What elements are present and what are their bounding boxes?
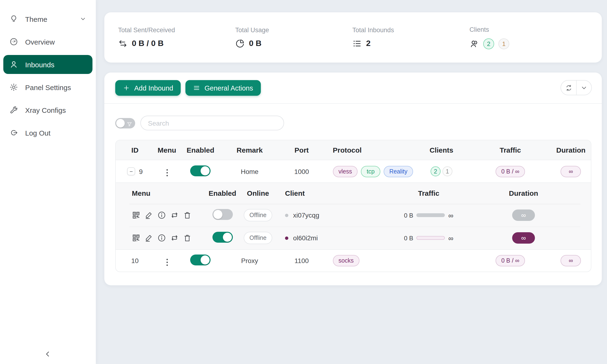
inbound-id: 9: [139, 168, 143, 175]
toolbar: Add Inbound General Actions: [115, 80, 592, 96]
people-icon: [469, 39, 479, 48]
reset-traffic-icon[interactable]: [170, 234, 179, 242]
traffic-pill[interactable]: 0 B / ∞: [496, 255, 525, 266]
swap-arrows-icon: [118, 39, 128, 48]
online-status-badge: Offline: [244, 232, 272, 244]
add-inbound-button[interactable]: Add Inbound: [115, 80, 181, 96]
clients-table: Menu Enabled Online Client Traffic Durat…: [130, 183, 581, 249]
toggle-knob: [116, 119, 125, 127]
traffic-limit: ∞: [448, 211, 453, 219]
sidebar-item-inbounds[interactable]: Inbounds: [3, 55, 92, 74]
info-icon[interactable]: [158, 234, 166, 242]
clients-active-badge: 2: [483, 38, 494, 49]
duration-pill[interactable]: ∞: [561, 166, 581, 177]
plus-icon: [123, 84, 130, 91]
stat-label: Clients: [469, 26, 587, 33]
gear-icon: [10, 83, 18, 91]
duration-pill[interactable]: ∞: [512, 233, 535, 244]
qr-code-icon[interactable]: [132, 211, 140, 220]
transport-pill: tcp: [361, 166, 380, 177]
col-port: Port: [278, 140, 325, 160]
refresh-options-button[interactable]: [576, 80, 591, 95]
col-enabled: Enabled: [208, 183, 237, 204]
col-id: ID: [116, 140, 154, 160]
col-online: Online: [237, 183, 279, 204]
traffic-pill[interactable]: 0 B / ∞: [496, 166, 525, 177]
client-color-dot: [285, 236, 288, 240]
sidebar-item-theme[interactable]: Theme: [3, 10, 92, 28]
stats-card: Total Sent/Received 0 B / 0 B Total Usag…: [104, 12, 602, 63]
add-inbound-label: Add Inbound: [134, 84, 173, 92]
stat-label: Total Inbounds: [352, 26, 469, 34]
general-actions-label: General Actions: [205, 84, 253, 92]
sidebar-item-label: Theme: [25, 15, 47, 23]
clients-active-badge: 2: [431, 166, 441, 176]
divider: [104, 103, 602, 104]
client-row: Offline xi07ycqg 0 B ∞: [130, 204, 581, 227]
search-input[interactable]: [140, 116, 284, 130]
edit-icon[interactable]: [145, 234, 153, 242]
duration-pill[interactable]: ∞: [561, 255, 581, 266]
inbound-enabled-toggle[interactable]: [190, 165, 211, 176]
security-pill: Reality: [384, 166, 413, 177]
client-color-dot: [285, 213, 288, 217]
refresh-icon: [565, 84, 572, 91]
sidebar-item-panel-settings[interactable]: Panel Settings: [3, 78, 92, 97]
wrench-icon: [10, 106, 18, 114]
protocol-pill: vless: [333, 166, 358, 177]
clients-depleted-badge: 1: [442, 166, 452, 176]
inbound-enabled-toggle[interactable]: [190, 255, 211, 265]
protocol-pill: socks: [333, 255, 359, 266]
traffic-used: 0 B: [404, 234, 413, 242]
sidebar-collapse-button[interactable]: [43, 349, 53, 359]
client-name: ol60i2mi: [293, 234, 318, 242]
logout-icon: [10, 129, 18, 137]
stat-value: 0 B / 0 B: [132, 39, 164, 48]
duration-pill[interactable]: ∞: [512, 209, 535, 221]
col-traffic: Traffic: [470, 140, 551, 160]
stat-clients: Clients 2 1: [469, 26, 587, 49]
delete-icon[interactable]: [183, 234, 192, 242]
row-menu-button[interactable]: [163, 257, 171, 268]
clients-depleted-badge: 1: [498, 38, 509, 49]
sidebar-item-label: Overview: [25, 38, 55, 46]
sidebar-item-overview[interactable]: Overview: [3, 32, 92, 51]
stat-label: Total Usage: [235, 26, 352, 34]
delete-icon[interactable]: [183, 211, 192, 220]
col-protocol: Protocol: [325, 140, 413, 160]
online-status-badge: Offline: [244, 209, 272, 221]
inbounds-card: Add Inbound General Actions: [104, 73, 602, 285]
reset-traffic-icon[interactable]: [170, 211, 179, 220]
sidebar-item-label: Inbounds: [25, 60, 54, 68]
sidebar-item-label: Log Out: [25, 129, 51, 137]
sidebar-item-label: Panel Settings: [25, 83, 71, 91]
app-root: Theme Overview Inbounds Panel Settings: [0, 0, 607, 364]
sidebar-item-log-out[interactable]: Log Out: [3, 123, 92, 142]
client-row: Offline ol60i2mi 0 B ∞: [130, 227, 581, 249]
col-client: Client: [279, 183, 391, 204]
col-enabled: Enabled: [180, 140, 221, 160]
lightbulb-icon: [10, 15, 18, 23]
col-traffic: Traffic: [391, 183, 467, 204]
info-icon[interactable]: [158, 211, 166, 220]
client-enabled-toggle[interactable]: [212, 232, 233, 243]
chevron-down-icon: [80, 16, 86, 22]
col-menu: Menu: [154, 140, 180, 160]
sidebar: Theme Overview Inbounds Panel Settings: [0, 0, 96, 364]
sidebar-item-xray-configs[interactable]: Xray Configs: [3, 101, 92, 119]
traffic-bar: [417, 213, 445, 217]
dashboard-icon: [10, 38, 18, 46]
qr-code-icon[interactable]: [132, 234, 140, 242]
refresh-button[interactable]: [561, 80, 576, 95]
inbound-port: 1000: [278, 160, 325, 183]
row-menu-button[interactable]: [163, 167, 171, 178]
col-menu: Menu: [130, 183, 208, 204]
traffic-bar: [417, 236, 445, 240]
edit-icon[interactable]: [145, 211, 153, 220]
filter-toggle[interactable]: [115, 118, 135, 128]
general-actions-button[interactable]: General Actions: [186, 80, 261, 96]
menu-lines-icon: [193, 84, 200, 91]
inbound-port: 1100: [278, 250, 325, 272]
client-enabled-toggle[interactable]: [212, 209, 233, 220]
collapse-row-button[interactable]: −: [127, 167, 135, 175]
